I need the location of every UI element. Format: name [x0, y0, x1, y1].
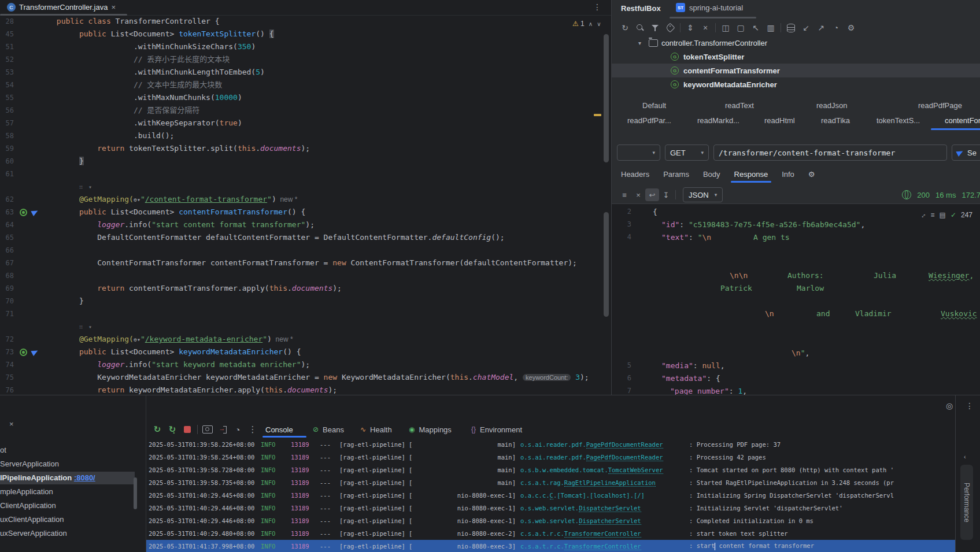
more-icon[interactable]: ⋮	[245, 423, 260, 436]
endpoint-tree-item[interactable]: GkeywordMetadataEnricher	[612, 77, 980, 91]
rerun-icon[interactable]: ↻	[150, 423, 165, 436]
history-icon[interactable]: ◔	[829, 21, 844, 34]
request-tab-readpdfpar[interactable]: readPdfPar...	[627, 113, 671, 128]
code-line[interactable]: 65DefaultContentFormatter defaultContent…	[0, 231, 611, 244]
request-tab-tokentexts[interactable]: tokenTextS...	[877, 113, 920, 128]
service-item[interactable]: mpleApplication	[0, 486, 146, 498]
service-item[interactable]: ServerApplication	[0, 458, 146, 471]
request-tab-readhtml[interactable]: readHtml	[764, 113, 795, 128]
locate-target-icon[interactable]: ◎	[946, 401, 953, 410]
overlay-icon[interactable]: ▥	[763, 21, 778, 34]
next-warning-icon[interactable]: ∨	[597, 21, 601, 27]
log-row[interactable]: 2025-05-31T01:40:29.446+08:00INFO13189--…	[146, 502, 956, 514]
rerun-failed-icon[interactable]: ↻	[165, 423, 180, 436]
code-line[interactable]: 68	[0, 269, 611, 282]
tab-headers[interactable]: Headers	[621, 170, 649, 181]
error-stripe-warning-mark[interactable]	[594, 114, 601, 116]
prev-warning-icon[interactable]: ∧	[589, 21, 593, 27]
gear-icon[interactable]: ⚙	[808, 170, 815, 181]
log-row[interactable]: 2025-05-31T01:41:37.998+08:00INFO13189--…	[146, 540, 956, 552]
code-line[interactable]: 45public List<Document> tokenTextSplitte…	[0, 28, 611, 40]
tab-beans[interactable]: ⊘Beans	[313, 421, 344, 438]
thread-dump-icon[interactable]	[215, 423, 230, 436]
tag-icon[interactable]	[663, 21, 678, 34]
code-line[interactable]: 57.withKeepSeparator(true)	[0, 117, 611, 129]
response-format-select[interactable]: JSON ▾	[683, 187, 723, 202]
code-line[interactable]: 76return keywordMetadataEnricher.apply(t…	[0, 384, 611, 395]
service-item[interactable]: uxServerApplication	[0, 527, 146, 540]
code-line[interactable]: ∷ ▾	[0, 320, 611, 333]
code-line[interactable]: 71	[0, 308, 611, 320]
request-tab-contentfor[interactable]: contentFor...	[945, 113, 980, 128]
tab-environment[interactable]: {}Environment	[471, 421, 522, 438]
code-line[interactable]: 64logger.info("start content format tran…	[0, 218, 611, 231]
code-line[interactable]: 58.build();	[0, 129, 611, 142]
request-tab-readtika[interactable]: readTika	[821, 113, 850, 128]
send-request-gutter-icon[interactable]	[31, 348, 39, 356]
code-line[interactable]: 60}	[0, 155, 611, 168]
send-request-gutter-icon[interactable]	[31, 208, 39, 216]
soft-wrap-icon[interactable]: ↩	[645, 188, 659, 201]
expand-all-icon[interactable]: ⇕	[683, 21, 698, 34]
code-line[interactable]: 61	[0, 168, 611, 180]
export-icon[interactable]: ↗	[813, 21, 829, 34]
endpoint-icon[interactable]	[20, 349, 27, 356]
code-line[interactable]: 75KeywordMetadataEnricher keywordMetadat…	[0, 371, 611, 384]
code-line[interactable]: 69return contentFormatTransformer.apply(…	[0, 282, 611, 295]
editor-scrollbar-thumb-2[interactable]	[604, 212, 609, 317]
editor-tab[interactable]: C TransformerController.java ×	[0, 0, 121, 14]
log-row[interactable]: 2025-05-31T01:39:58.735+08:00INFO13189--…	[146, 476, 956, 489]
split-view-icon[interactable]: ◫	[718, 21, 733, 34]
log-row[interactable]: 2025-05-31T01:40:29.480+08:00INFO13189--…	[146, 527, 956, 540]
screenshot-icon[interactable]	[200, 423, 215, 436]
service-item[interactable]: ot	[0, 444, 146, 457]
document-icon[interactable]: ▤	[940, 211, 946, 219]
settings-icon[interactable]: ⚙	[844, 21, 859, 34]
editor-scrollbar-thumb[interactable]	[604, 34, 609, 162]
tab-response[interactable]: Response	[734, 170, 768, 181]
gauge-icon[interactable]: ◔	[230, 423, 245, 436]
code-line[interactable]: 56// 是否保留分隔符	[0, 104, 611, 117]
close-icon[interactable]: ×	[9, 420, 14, 428]
service-item[interactable]: lPipelineApplication :8080/	[0, 472, 135, 484]
select-request-icon[interactable]: ▢	[733, 21, 748, 34]
log-row[interactable]: 2025-05-31T01:39:58.728+08:00INFO13189--…	[146, 464, 956, 476]
tab-mappings[interactable]: ◉Mappings	[409, 421, 452, 438]
log-row[interactable]: 2025-05-31T01:39:58.254+08:00INFO13189--…	[146, 451, 956, 464]
refresh-icon[interactable]: ↻	[617, 21, 633, 34]
project-tab[interactable]: ST spring-ai-tutorial	[676, 3, 743, 12]
service-item[interactable]: uxClientApplication	[0, 513, 146, 526]
tab-info[interactable]: Info	[782, 170, 794, 181]
log-row[interactable]: 2025-05-31T01:40:29.445+08:00INFO13189--…	[146, 489, 956, 502]
endpoint-icon[interactable]	[20, 209, 27, 216]
code-line[interactable]: 59return tokenTextSplitter.split(this.do…	[0, 142, 611, 155]
code-line[interactable]: 28public class TransformerController {	[0, 15, 611, 28]
log-row[interactable]: 2025-05-31T01:40:29.446+08:00INFO13189--…	[146, 514, 956, 527]
code-line[interactable]: 72@GetMapping(⊕▾"/keyword-metadata-enric…	[0, 333, 611, 346]
request-tab-default[interactable]: Default	[642, 98, 666, 113]
environment-select[interactable]: ▾	[617, 145, 660, 161]
chevron-down-icon[interactable]: ▾	[638, 40, 641, 46]
service-port-link[interactable]: :8080/	[74, 473, 95, 482]
pointer-icon[interactable]: ↖	[748, 21, 763, 34]
expand-icon[interactable]: ↔	[917, 210, 927, 220]
search-icon[interactable]	[633, 21, 648, 34]
performance-toolwindow-button[interactable]: Performance	[960, 465, 973, 540]
stop-icon[interactable]	[180, 423, 195, 436]
request-tab-readpdfpage[interactable]: readPdfPage	[918, 98, 962, 113]
code-line[interactable]: 67ContentFormatTransformer contentFormat…	[0, 257, 611, 269]
tab-params[interactable]: Params	[663, 170, 689, 181]
collapse-icon[interactable]: ×	[631, 188, 645, 201]
endpoint-tree-item[interactable]: GcontentFormatTransformer	[612, 64, 980, 77]
import-icon[interactable]: ↙	[798, 21, 813, 34]
code-line[interactable]: 66	[0, 244, 611, 257]
code-line[interactable]: 70}	[0, 295, 611, 308]
code-line[interactable]: 54// 文本中生成的最大块数	[0, 79, 611, 91]
endpoint-tree-item[interactable]: GtokenTextSplitter	[612, 50, 980, 64]
collapse-all-icon[interactable]: ×	[698, 21, 713, 34]
method-select[interactable]: GET ▾	[665, 145, 709, 161]
editor-options-kebab-icon[interactable]: ⋮	[593, 2, 601, 12]
request-tab-readtext[interactable]: readText	[725, 98, 754, 113]
code-line[interactable]: 52// 丢弃小于此长度的文本块	[0, 53, 611, 66]
request-tab-readjson[interactable]: readJson	[816, 98, 847, 113]
